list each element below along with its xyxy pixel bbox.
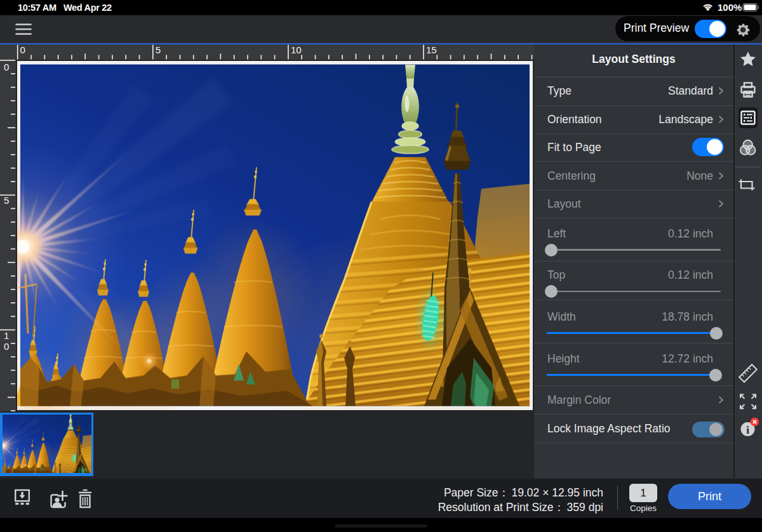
svg-text:15: 15 <box>426 44 437 55</box>
svg-text:0: 0 <box>4 341 9 352</box>
svg-text:100%: 100% <box>718 2 742 13</box>
svg-text:i: i <box>746 424 749 436</box>
svg-text:1: 1 <box>4 330 9 341</box>
svg-text:10: 10 <box>291 44 302 55</box>
svg-text:5: 5 <box>156 44 161 55</box>
svg-text:0: 0 <box>4 62 9 72</box>
svg-text:0: 0 <box>20 44 25 55</box>
svg-text:5: 5 <box>4 195 9 206</box>
